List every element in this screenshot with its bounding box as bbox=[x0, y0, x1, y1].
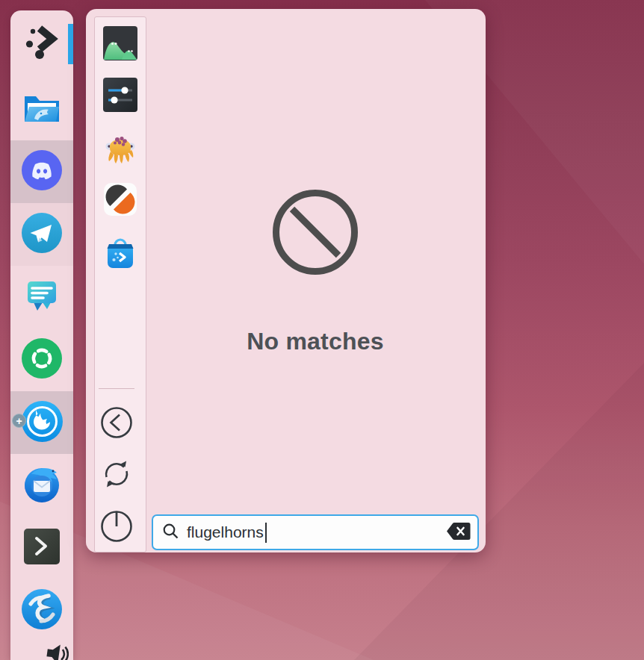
telegram-icon bbox=[22, 213, 62, 256]
power-circle-icon bbox=[100, 532, 133, 545]
favorites-column bbox=[94, 16, 146, 552]
speaker-icon bbox=[10, 642, 69, 660]
favorite-app-mountains[interactable] bbox=[102, 25, 138, 61]
dock-item-file-manager[interactable] bbox=[10, 78, 73, 140]
kde-launcher-icon bbox=[24, 25, 60, 63]
dock-item-app-launcher[interactable] bbox=[10, 10, 73, 78]
dock-item-volume[interactable] bbox=[10, 642, 73, 660]
back-circle-icon bbox=[100, 429, 133, 441]
refresh-circle-icon bbox=[100, 480, 133, 493]
text-caret bbox=[265, 523, 267, 543]
restart-button[interactable] bbox=[100, 458, 133, 491]
terminal-prompt-icon bbox=[23, 528, 61, 568]
clear-backspace-icon[interactable] bbox=[446, 522, 471, 544]
discover-store-app-icon bbox=[102, 259, 138, 272]
favorites-separator bbox=[99, 388, 134, 389]
cuttlefish-app-icon bbox=[102, 155, 138, 167]
search-input[interactable]: flugelhorns bbox=[152, 514, 479, 550]
new-window-badge: + bbox=[12, 414, 26, 428]
back-button[interactable] bbox=[100, 406, 133, 439]
no-matches-message: No matches bbox=[226, 328, 405, 355]
favorite-app-discover[interactable] bbox=[102, 234, 138, 270]
mountains-with-eyes-app-icon bbox=[102, 51, 138, 63]
wolf-browser-icon bbox=[22, 401, 63, 445]
dock-item-session[interactable] bbox=[10, 329, 73, 391]
sliders-settings-app-icon bbox=[102, 102, 138, 115]
dock-item-messages[interactable] bbox=[10, 266, 73, 329]
blue-swoosh-browser-icon bbox=[22, 589, 62, 632]
active-task-indicator bbox=[68, 24, 73, 64]
thunderbird-icon bbox=[21, 464, 63, 507]
dock: + bbox=[10, 10, 73, 660]
search-icon bbox=[162, 523, 179, 543]
orange-black-circle-app-icon bbox=[102, 207, 138, 220]
dock-item-librewolf[interactable]: + bbox=[10, 391, 73, 454]
dolphin-folder-icon bbox=[21, 89, 63, 129]
green-swirl-icon bbox=[22, 338, 62, 382]
search-query-text: flugelhorns bbox=[187, 523, 264, 541]
discord-icon bbox=[22, 150, 62, 193]
application-launcher-panel: No matches flugelhorns bbox=[86, 9, 486, 552]
favorite-app-cuttlefish[interactable] bbox=[102, 129, 138, 165]
dock-item-terminal[interactable] bbox=[10, 517, 73, 579]
dock-item-thunderbird[interactable] bbox=[10, 454, 73, 517]
shutdown-button[interactable] bbox=[100, 510, 133, 543]
prohibition-icon bbox=[271, 188, 359, 279]
dock-item-blue-browser[interactable] bbox=[10, 579, 73, 642]
chat-bubble-icon bbox=[22, 276, 61, 318]
favorite-app-orange-circle[interactable] bbox=[102, 181, 138, 217]
favorite-app-settings[interactable] bbox=[102, 77, 138, 113]
dock-item-telegram[interactable] bbox=[10, 203, 73, 266]
dock-item-discord[interactable] bbox=[10, 140, 73, 203]
